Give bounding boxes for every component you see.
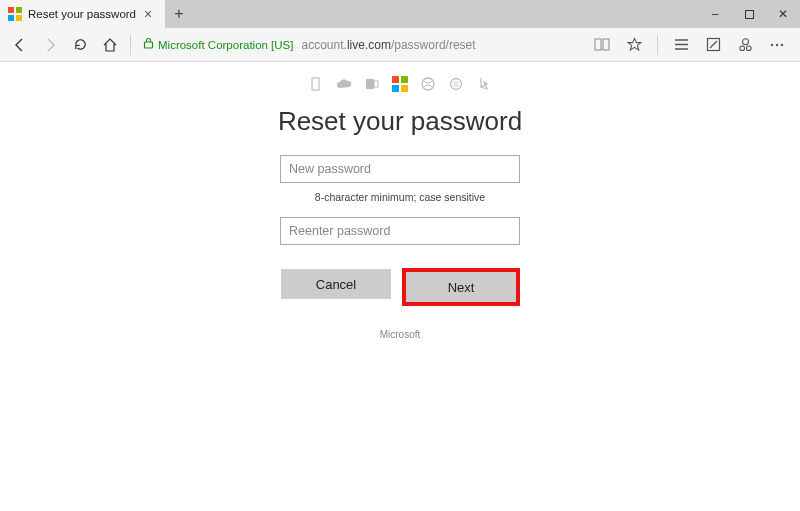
product-icon-row: S bbox=[250, 76, 550, 92]
svg-point-6 bbox=[746, 46, 751, 51]
minimize-button[interactable]: – bbox=[698, 0, 732, 28]
svg-text:S: S bbox=[453, 80, 458, 89]
page-heading: Reset your password bbox=[250, 106, 550, 137]
svg-point-8 bbox=[776, 43, 778, 45]
share-icon[interactable] bbox=[732, 31, 758, 59]
favorite-icon[interactable] bbox=[621, 31, 647, 59]
lock-icon bbox=[143, 37, 154, 52]
svg-point-9 bbox=[781, 43, 783, 45]
back-button[interactable] bbox=[6, 31, 34, 59]
bing-icon bbox=[476, 76, 492, 92]
forward-button[interactable] bbox=[36, 31, 64, 59]
cancel-button[interactable]: Cancel bbox=[281, 269, 391, 299]
note-icon[interactable] bbox=[700, 31, 726, 59]
title-bar: Reset your password × + – ✕ bbox=[0, 0, 800, 28]
svg-point-5 bbox=[739, 46, 744, 51]
password-hint: 8-character minimum; case sensitive bbox=[250, 191, 550, 203]
skype-icon: S bbox=[448, 76, 464, 92]
svg-rect-0 bbox=[145, 42, 153, 48]
svg-point-4 bbox=[742, 39, 748, 45]
microsoft-icon bbox=[392, 76, 408, 92]
svg-rect-11 bbox=[366, 79, 374, 89]
tab-close-button[interactable]: × bbox=[141, 7, 155, 21]
outlook-icon bbox=[364, 76, 380, 92]
new-tab-button[interactable]: + bbox=[165, 0, 193, 28]
svg-point-13 bbox=[422, 78, 434, 90]
next-button[interactable]: Next bbox=[406, 272, 516, 302]
address-bar[interactable]: Microsoft Corporation [US] account.live.… bbox=[137, 31, 587, 59]
office-icon bbox=[308, 76, 324, 92]
hub-icon[interactable] bbox=[668, 31, 694, 59]
new-password-input[interactable] bbox=[280, 155, 520, 183]
url-text: account.live.com/password/reset bbox=[302, 38, 476, 52]
window-close-button[interactable]: ✕ bbox=[766, 0, 800, 28]
reenter-password-input[interactable] bbox=[280, 217, 520, 245]
toolbar: Microsoft Corporation [US] account.live.… bbox=[0, 28, 800, 62]
next-button-highlight: Next bbox=[403, 269, 519, 305]
separator bbox=[130, 35, 131, 55]
cert-owner: Microsoft Corporation [US] bbox=[158, 39, 294, 51]
onedrive-icon bbox=[336, 76, 352, 92]
toolbar-right bbox=[589, 31, 794, 59]
browser-tab[interactable]: Reset your password × bbox=[0, 0, 165, 28]
reading-view-icon[interactable] bbox=[589, 31, 615, 59]
home-button[interactable] bbox=[96, 31, 124, 59]
svg-rect-2 bbox=[603, 39, 609, 50]
maximize-button[interactable] bbox=[732, 0, 766, 28]
more-icon[interactable] bbox=[764, 31, 790, 59]
window-controls: – ✕ bbox=[698, 0, 800, 28]
svg-rect-1 bbox=[595, 39, 601, 50]
svg-rect-10 bbox=[312, 78, 319, 90]
button-row: Cancel Next bbox=[250, 269, 550, 305]
svg-point-7 bbox=[771, 43, 773, 45]
svg-rect-12 bbox=[374, 81, 378, 87]
page-content: S Reset your password 8-character minimu… bbox=[0, 62, 800, 511]
tab-title: Reset your password bbox=[28, 8, 141, 20]
microsoft-icon bbox=[8, 7, 22, 21]
separator bbox=[657, 35, 658, 55]
xbox-icon bbox=[420, 76, 436, 92]
footer-brand: Microsoft bbox=[250, 329, 550, 340]
refresh-button[interactable] bbox=[66, 31, 94, 59]
